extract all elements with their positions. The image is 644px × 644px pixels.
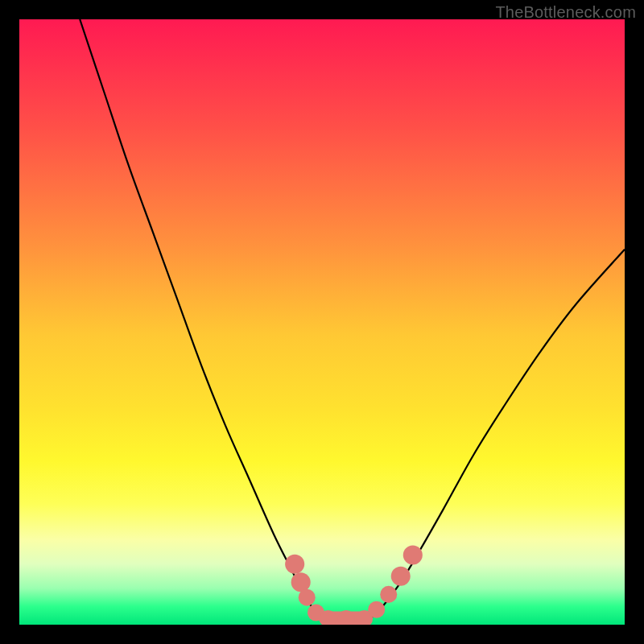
bottleneck-curve-plot [19, 19, 625, 625]
curve-marker-dot [380, 586, 397, 603]
curve-group [80, 19, 625, 618]
curve-marker-dot [391, 567, 411, 586]
curve-left-branch [80, 19, 322, 618]
marker-group [285, 545, 423, 625]
curve-marker-dot [285, 555, 304, 574]
watermark-text: TheBottleneck.com [495, 3, 636, 22]
curve-marker-dot [403, 545, 423, 564]
curve-marker-dot [299, 589, 316, 606]
curve-marker-dot [368, 601, 385, 618]
chart-frame [19, 19, 625, 625]
